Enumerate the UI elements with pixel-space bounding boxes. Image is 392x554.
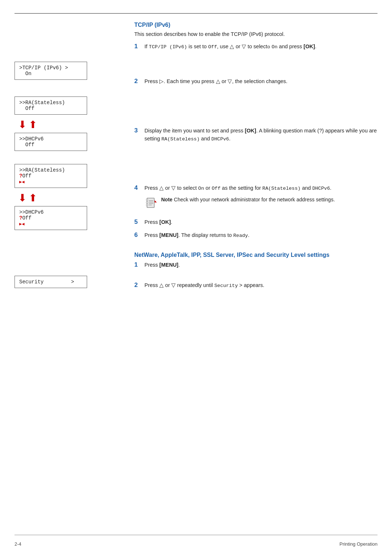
section2-step-1-num: 1	[134, 261, 144, 268]
screen-box-tcpip: >TCP/IP (IPv6) > On	[15, 62, 87, 80]
note-box: Note Check with your network administrat…	[144, 196, 377, 210]
arrow-group-1: ⬇ ⬆	[18, 120, 123, 130]
footer-section: Printing Operation	[339, 541, 377, 547]
note-text: Note Check with your network administrat…	[161, 196, 335, 204]
step-4-num: 4	[134, 184, 144, 192]
section2-step-2-num: 2	[134, 282, 144, 289]
arrow-group-2: ⬇ ⬆	[18, 193, 123, 203]
svg-marker-8	[155, 200, 157, 202]
step-2: 2 Press ▷. Each time you press △ or ▽, t…	[134, 78, 377, 86]
step-5-num: 5	[134, 218, 144, 226]
step-1-text: If TCP/IP (IPv6) is set to Off, use △ or…	[144, 43, 377, 51]
step-6: 6 Press [MENU]. The display returns to R…	[134, 231, 377, 239]
step-1-num: 1	[134, 43, 144, 50]
screen-group-3: >>RA(Stateless) ?Off ▶◀ ⬇ ⬆ >>DHCPv6 ?Of…	[15, 164, 123, 232]
left-column: >TCP/IP (IPv6) > On >>RA(Stateless) Off …	[15, 44, 123, 294]
footer-page-num: 2-4	[15, 541, 21, 547]
step-5: 5 Press [OK].	[134, 218, 377, 226]
step-3-num: 3	[134, 127, 144, 134]
section2-title: NetWare, AppleTalk, IPP, SSL Server, IPS…	[134, 252, 377, 258]
step-3: 3 Display the item you want to set and p…	[134, 127, 377, 143]
svg-rect-2	[146, 202, 148, 203]
content-area: TCP/IP (IPv6) This section describes how…	[15, 22, 377, 529]
screen-box-dhcp1: >>DHCPv6 Off	[15, 133, 87, 151]
step-5-text: Press [OK].	[144, 218, 377, 226]
arrow-down-1: ⬇	[18, 120, 26, 130]
screen-box-ra2: >>RA(Stateless) ?Off ▶◀	[15, 164, 87, 188]
arrow-down-2: ⬇	[18, 193, 26, 203]
step-4-text: Press △ or ▽ to select On or Off as the …	[144, 184, 377, 213]
step-2-text: Press ▷. Each time you press △ or ▽, the…	[144, 78, 377, 86]
footer: 2-4 Printing Operation	[15, 541, 377, 547]
section2-step-2-text: Press △ or ▽ repeatedly until Security >…	[144, 282, 377, 290]
screen-group-2: >>RA(Stateless) Off ⬇ ⬆ >>DHCPv6 Off	[15, 97, 123, 153]
svg-rect-0	[147, 198, 154, 208]
section2-step-2: 2 Press △ or ▽ repeatedly until Security…	[134, 282, 377, 290]
step-1: 1 If TCP/IP (IPv6) is set to Off, use △ …	[134, 43, 377, 51]
section1-intro: This section describes how to enable the…	[134, 30, 377, 38]
screen-box-security: Security >	[15, 276, 87, 288]
step-6-num: 6	[134, 231, 144, 239]
step-4: 4 Press △ or ▽ to select On or Off as th…	[134, 184, 377, 213]
arrow-up-2: ⬆	[29, 193, 37, 203]
step-2-num: 2	[134, 78, 144, 85]
section2-step-1: 1 Press [MENU].	[134, 261, 377, 269]
note-icon	[144, 197, 158, 210]
step-6-text: Press [MENU]. The display returns to Rea…	[144, 231, 377, 239]
svg-rect-1	[146, 199, 148, 201]
section2-step-1-text: Press [MENU].	[144, 261, 377, 269]
arrow-up-1: ⬆	[29, 120, 37, 130]
section1-title: TCP/IP (IPv6)	[134, 22, 377, 28]
step-3-text: Display the item you want to set and pre…	[144, 127, 377, 143]
screen-box-ra1: >>RA(Stateless) Off	[15, 97, 87, 115]
top-rule	[15, 13, 377, 14]
screen-group-security: Security >	[15, 276, 123, 290]
screen-box-dhcp2: >>DHCPv6 ?Off ▶◀	[15, 206, 87, 230]
svg-rect-3	[146, 204, 148, 206]
bottom-rule	[15, 535, 377, 535]
right-column: TCP/IP (IPv6) This section describes how…	[134, 22, 377, 295]
screen-group-1: >TCP/IP (IPv6) > On	[15, 62, 123, 82]
